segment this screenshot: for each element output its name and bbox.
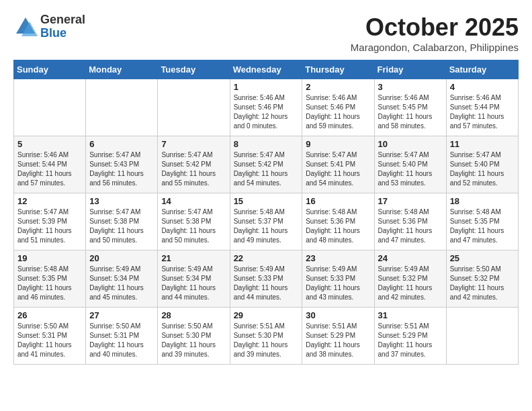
day-number: 22 (234, 253, 299, 263)
calendar-cell: 21Sunrise: 5:49 AMSunset: 5:34 PMDayligh… (158, 250, 230, 308)
calendar-cell: 19Sunrise: 5:48 AMSunset: 5:35 PMDayligh… (14, 250, 86, 308)
day-number: 13 (89, 196, 154, 206)
day-info: Sunrise: 5:50 AMSunset: 5:30 PMDaylight:… (161, 322, 226, 359)
weekday-header-row: SundayMondayTuesdayWednesdayThursdayFrid… (14, 60, 519, 79)
logo-general-text: General (40, 13, 85, 27)
day-info: Sunrise: 5:46 AMSunset: 5:44 PMDaylight:… (17, 150, 82, 188)
calendar-cell: 28Sunrise: 5:50 AMSunset: 5:30 PMDayligh… (158, 308, 230, 365)
day-number: 2 (306, 82, 370, 92)
title-block: October 2025 Maragondon, Calabarzon, Phi… (351, 13, 519, 53)
week-row-5: 26Sunrise: 5:50 AMSunset: 5:31 PMDayligh… (14, 308, 519, 365)
week-row-4: 19Sunrise: 5:48 AMSunset: 5:35 PMDayligh… (14, 250, 519, 308)
calendar-cell: 25Sunrise: 5:50 AMSunset: 5:32 PMDayligh… (446, 250, 518, 308)
day-info: Sunrise: 5:51 AMSunset: 5:30 PMDaylight:… (234, 322, 299, 359)
calendar-cell: 17Sunrise: 5:48 AMSunset: 5:36 PMDayligh… (374, 193, 446, 250)
day-info: Sunrise: 5:46 AMSunset: 5:44 PMDaylight:… (450, 93, 515, 131)
calendar-cell: 29Sunrise: 5:51 AMSunset: 5:30 PMDayligh… (230, 308, 302, 365)
day-number: 29 (234, 310, 299, 320)
day-info: Sunrise: 5:47 AMSunset: 5:42 PMDaylight:… (234, 150, 299, 188)
day-info: Sunrise: 5:48 AMSunset: 5:37 PMDaylight:… (234, 208, 299, 245)
day-number: 3 (378, 82, 443, 92)
day-info: Sunrise: 5:50 AMSunset: 5:31 PMDaylight:… (89, 322, 154, 359)
calendar-cell: 16Sunrise: 5:48 AMSunset: 5:36 PMDayligh… (302, 193, 374, 250)
calendar-cell: 24Sunrise: 5:49 AMSunset: 5:32 PMDayligh… (374, 250, 446, 308)
page-header: General Blue October 2025 Maragondon, Ca… (13, 13, 519, 53)
calendar-cell: 2Sunrise: 5:46 AMSunset: 5:46 PMDaylight… (302, 79, 374, 136)
day-info: Sunrise: 5:48 AMSunset: 5:36 PMDaylight:… (378, 208, 443, 245)
weekday-header-monday: Monday (86, 60, 158, 79)
logo-icon (13, 15, 38, 39)
day-number: 21 (161, 253, 226, 263)
weekday-header-saturday: Saturday (446, 60, 518, 79)
day-info: Sunrise: 5:46 AMSunset: 5:46 PMDaylight:… (306, 93, 370, 131)
day-info: Sunrise: 5:48 AMSunset: 5:36 PMDaylight:… (306, 208, 370, 245)
calendar-cell: 20Sunrise: 5:49 AMSunset: 5:34 PMDayligh… (86, 250, 158, 308)
day-info: Sunrise: 5:47 AMSunset: 5:42 PMDaylight:… (161, 150, 226, 188)
location: Maragondon, Calabarzon, Philippines (351, 42, 519, 53)
day-number: 28 (161, 310, 226, 320)
day-info: Sunrise: 5:48 AMSunset: 5:35 PMDaylight:… (450, 208, 515, 245)
calendar-cell: 5Sunrise: 5:46 AMSunset: 5:44 PMDaylight… (14, 136, 86, 193)
day-number: 9 (306, 139, 370, 149)
day-number: 14 (161, 196, 226, 206)
day-number: 27 (89, 310, 154, 320)
calendar-cell (158, 79, 230, 136)
day-info: Sunrise: 5:50 AMSunset: 5:32 PMDaylight:… (450, 265, 515, 302)
day-number: 23 (306, 253, 370, 263)
day-number: 10 (378, 139, 443, 149)
day-info: Sunrise: 5:48 AMSunset: 5:35 PMDaylight:… (17, 265, 82, 302)
day-number: 7 (161, 139, 226, 149)
weekday-header-friday: Friday (374, 60, 446, 79)
day-number: 25 (450, 253, 515, 263)
day-info: Sunrise: 5:51 AMSunset: 5:29 PMDaylight:… (306, 322, 370, 359)
calendar-cell: 27Sunrise: 5:50 AMSunset: 5:31 PMDayligh… (86, 308, 158, 365)
day-info: Sunrise: 5:49 AMSunset: 5:33 PMDaylight:… (306, 265, 370, 302)
day-number: 18 (450, 196, 515, 206)
calendar-cell: 30Sunrise: 5:51 AMSunset: 5:29 PMDayligh… (302, 308, 374, 365)
calendar-cell (446, 308, 518, 365)
day-info: Sunrise: 5:49 AMSunset: 5:34 PMDaylight:… (161, 265, 226, 302)
day-info: Sunrise: 5:46 AMSunset: 5:46 PMDaylight:… (234, 93, 299, 131)
day-number: 16 (306, 196, 370, 206)
day-number: 8 (234, 139, 299, 149)
day-info: Sunrise: 5:47 AMSunset: 5:40 PMDaylight:… (450, 150, 515, 188)
day-info: Sunrise: 5:49 AMSunset: 5:33 PMDaylight:… (234, 265, 299, 302)
day-number: 11 (450, 139, 515, 149)
calendar-cell: 9Sunrise: 5:47 AMSunset: 5:41 PMDaylight… (302, 136, 374, 193)
day-number: 20 (89, 253, 154, 263)
day-info: Sunrise: 5:47 AMSunset: 5:38 PMDaylight:… (89, 208, 154, 245)
calendar-cell: 1Sunrise: 5:46 AMSunset: 5:46 PMDaylight… (230, 79, 302, 136)
calendar-cell: 4Sunrise: 5:46 AMSunset: 5:44 PMDaylight… (446, 79, 518, 136)
week-row-1: 1Sunrise: 5:46 AMSunset: 5:46 PMDaylight… (14, 79, 519, 136)
day-number: 4 (450, 82, 515, 92)
calendar-cell: 31Sunrise: 5:51 AMSunset: 5:29 PMDayligh… (374, 308, 446, 365)
weekday-header-thursday: Thursday (302, 60, 374, 79)
calendar-cell: 7Sunrise: 5:47 AMSunset: 5:42 PMDaylight… (158, 136, 230, 193)
day-info: Sunrise: 5:51 AMSunset: 5:29 PMDaylight:… (378, 322, 443, 359)
day-number: 5 (17, 139, 82, 149)
day-number: 30 (306, 310, 370, 320)
month-title: October 2025 (351, 13, 519, 42)
calendar-cell: 22Sunrise: 5:49 AMSunset: 5:33 PMDayligh… (230, 250, 302, 308)
day-info: Sunrise: 5:47 AMSunset: 5:39 PMDaylight:… (17, 208, 82, 245)
weekday-header-wednesday: Wednesday (230, 60, 302, 79)
calendar-cell: 11Sunrise: 5:47 AMSunset: 5:40 PMDayligh… (446, 136, 518, 193)
calendar-cell: 13Sunrise: 5:47 AMSunset: 5:38 PMDayligh… (86, 193, 158, 250)
calendar-cell: 6Sunrise: 5:47 AMSunset: 5:43 PMDaylight… (86, 136, 158, 193)
calendar-table: SundayMondayTuesdayWednesdayThursdayFrid… (13, 60, 519, 365)
day-number: 17 (378, 196, 443, 206)
calendar-cell: 18Sunrise: 5:48 AMSunset: 5:35 PMDayligh… (446, 193, 518, 250)
logo-text: General Blue (40, 13, 85, 40)
day-number: 12 (17, 196, 82, 206)
weekday-header-tuesday: Tuesday (158, 60, 230, 79)
day-info: Sunrise: 5:47 AMSunset: 5:43 PMDaylight:… (89, 150, 154, 188)
day-number: 1 (234, 82, 299, 92)
day-number: 15 (234, 196, 299, 206)
calendar-cell: 8Sunrise: 5:47 AMSunset: 5:42 PMDaylight… (230, 136, 302, 193)
week-row-3: 12Sunrise: 5:47 AMSunset: 5:39 PMDayligh… (14, 193, 519, 250)
day-info: Sunrise: 5:47 AMSunset: 5:41 PMDaylight:… (306, 150, 370, 188)
calendar-cell (86, 79, 158, 136)
day-info: Sunrise: 5:49 AMSunset: 5:32 PMDaylight:… (378, 265, 443, 302)
calendar-cell: 12Sunrise: 5:47 AMSunset: 5:39 PMDayligh… (14, 193, 86, 250)
logo-blue-text: Blue (40, 27, 85, 40)
